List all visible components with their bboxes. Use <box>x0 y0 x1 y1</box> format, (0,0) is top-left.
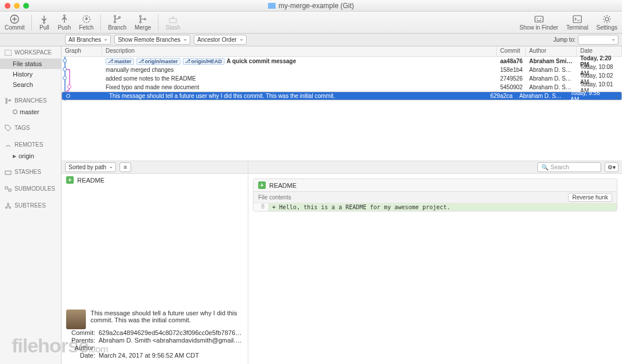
commit-author-cell: Abraham Smith <… <box>526 58 577 64</box>
remote-filter-select[interactable]: Show Remote Branches <box>114 35 190 45</box>
submodules-icon <box>5 186 12 192</box>
commit-parents: Abraham D. Smith <abrahamdavidsmith@gmai… <box>99 337 246 344</box>
commit-hash: 158e1b4 <box>497 67 526 73</box>
branches-icon <box>5 98 12 104</box>
jumpto-select[interactable] <box>578 35 619 45</box>
commit-author-cell: Abraham D. Smith… <box>526 75 577 82</box>
commit-list: ⎇master⎇origin/master⎇origin/HEADA quick… <box>62 57 622 107</box>
commit-description: manually merged changes <box>106 67 173 73</box>
sidebar-section-tags[interactable]: TAGS <box>0 122 61 134</box>
merge-button[interactable]: Merge <box>135 14 151 31</box>
commit-message: This message should tell a future user w… <box>66 310 246 323</box>
commit-description: This message should tell a future user w… <box>109 93 335 99</box>
close-window-button[interactable] <box>5 3 10 9</box>
sidebar-item-search[interactable]: Search <box>0 79 61 90</box>
svg-rect-24 <box>9 189 11 191</box>
commit-author-cell: Abraham D. Smith… <box>516 93 567 99</box>
commit-author <box>99 344 246 351</box>
commit-date-cell: Today, 9:56 AM <box>567 90 612 103</box>
toolbar: Commit Pull Push Fetch Branch Merge <box>0 12 622 34</box>
diff-toolbar: 🔍 Search ⚙▾ <box>248 161 622 174</box>
svg-point-17 <box>605 17 609 21</box>
show-in-finder-button[interactable]: Show in Finder <box>519 14 558 31</box>
svg-point-4 <box>63 15 65 17</box>
order-filter-select[interactable]: Ancestor Order <box>194 35 247 45</box>
stashes-icon <box>5 169 12 175</box>
diff-search-input[interactable]: 🔍 Search <box>537 162 601 172</box>
commit-detail: This message should tell a future user w… <box>66 310 246 359</box>
svg-point-14 <box>537 18 538 19</box>
folder-icon <box>268 3 276 9</box>
terminal-icon <box>572 14 583 24</box>
col-description[interactable]: Description <box>102 46 497 56</box>
branch-filter-select[interactable]: All Branches <box>65 35 111 45</box>
hunk-label: File contents <box>258 194 291 201</box>
commit-hash: 5450902 <box>497 84 526 90</box>
svg-point-15 <box>540 18 541 19</box>
commit-row[interactable]: manually merged changes158e1b4Abraham D.… <box>62 65 622 74</box>
pull-icon <box>39 14 49 24</box>
sidebar-branch-master[interactable]: master <box>0 107 61 117</box>
commit-row[interactable]: This message should tell a future user w… <box>62 92 622 100</box>
hunk-header: File contents Reverse hunk <box>254 192 617 203</box>
diff-file: + README File contents Reverse hunk 0 + … <box>253 179 617 212</box>
file-item[interactable]: + README <box>62 174 248 186</box>
branch-icon <box>112 14 122 24</box>
terminal-button[interactable]: Terminal <box>566 14 588 31</box>
commit-table-header: Graph Description Commit Author Date <box>62 46 622 57</box>
commit-row[interactable]: ⎇master⎇origin/master⎇origin/HEADA quick… <box>62 57 622 65</box>
settings-button[interactable]: Settings <box>596 14 617 31</box>
file-name: README <box>77 177 104 184</box>
zoom-window-button[interactable] <box>23 3 29 9</box>
sidebar-remote-origin[interactable]: ▶ origin <box>0 151 61 161</box>
list-options-button[interactable]: ≡ <box>120 162 131 172</box>
window-title: my-merge-example (Git) <box>268 2 354 10</box>
svg-rect-23 <box>5 187 8 189</box>
sidebar-section-stashes[interactable]: STASHES <box>0 166 61 178</box>
svg-rect-22 <box>5 171 11 174</box>
sidebar-section-submodules[interactable]: SUBMODULES <box>0 183 61 195</box>
author-avatar <box>66 310 86 329</box>
col-author[interactable]: Author <box>526 46 577 56</box>
files-toolbar: Sorted by path ≡ <box>62 161 248 174</box>
finder-icon <box>534 14 544 24</box>
sidebar-section-remotes[interactable]: REMOTES <box>0 139 61 151</box>
col-commit[interactable]: Commit <box>497 46 526 56</box>
svg-point-3 <box>44 22 45 24</box>
branch-tag[interactable]: ⎇master <box>106 58 134 65</box>
commit-row[interactable]: Fixed typo and made new document5450902A… <box>62 83 622 92</box>
line-number: 0 <box>254 203 269 211</box>
commit-hash: 2749526 <box>497 75 526 82</box>
branch-button[interactable]: Branch <box>108 14 126 31</box>
commit-author-cell: Abraham D. Smith… <box>526 67 577 73</box>
commit-description: added some notes to the README <box>106 75 196 82</box>
fetch-button[interactable]: Fetch <box>79 14 93 31</box>
commit-hash: 629a2ca <box>487 93 516 99</box>
push-button[interactable]: Push <box>57 14 71 31</box>
sort-select[interactable]: Sorted by path <box>65 162 116 172</box>
merge-icon <box>138 14 148 24</box>
diff-file-header[interactable]: + README <box>254 179 617 192</box>
commit-row[interactable]: added some notes to the README2749526Abr… <box>62 74 622 83</box>
commit-date: March 24, 2017 at 9:56:52 AM CDT <box>99 352 246 359</box>
sidebar-section-subtrees[interactable]: SUBTREES <box>0 199 61 212</box>
pull-button[interactable]: Pull <box>39 14 49 31</box>
sidebar-section-branches[interactable]: BRANCHES <box>0 94 61 107</box>
current-branch-indicator <box>13 110 17 114</box>
col-graph[interactable]: Graph <box>62 46 102 56</box>
svg-rect-16 <box>573 16 581 23</box>
sidebar-item-file-status[interactable]: File status <box>0 59 61 69</box>
sidebar-item-history[interactable]: History <box>0 69 61 79</box>
push-icon <box>59 14 70 24</box>
jumpto-label: Jump to: <box>554 37 576 43</box>
file-added-icon: + <box>258 181 266 189</box>
sidebar-section-workspace[interactable]: WORKSPACE <box>0 46 61 59</box>
branch-tag[interactable]: ⎇origin/master <box>136 58 180 65</box>
minimize-window-button[interactable] <box>14 3 20 9</box>
commit-button[interactable]: Commit <box>5 14 24 31</box>
stash-button[interactable]: Stash <box>165 14 180 31</box>
branch-tag[interactable]: ⎇origin/HEAD <box>183 58 225 65</box>
diff-settings-button[interactable]: ⚙▾ <box>605 162 619 172</box>
sidebar: WORKSPACE File status History Search BRA… <box>0 46 62 364</box>
reverse-hunk-button[interactable]: Reverse hunk <box>568 193 612 202</box>
